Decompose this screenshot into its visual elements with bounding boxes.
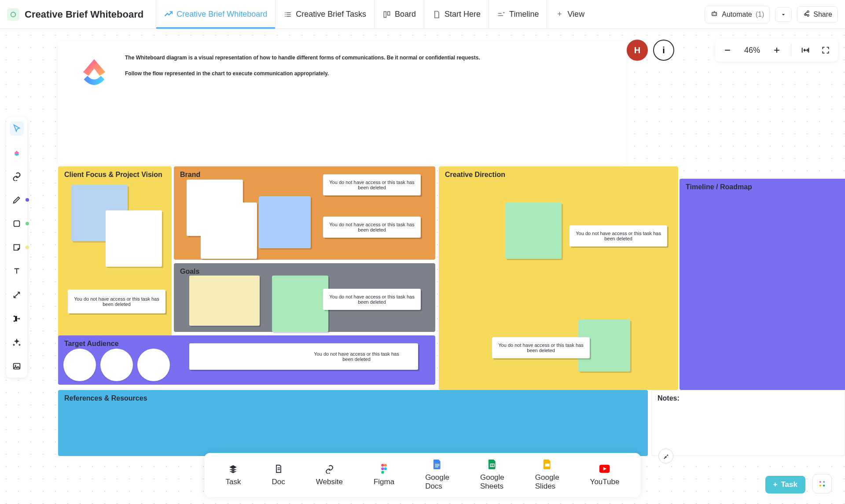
tab-start-here[interactable]: Start Here bbox=[424, 0, 489, 29]
tab-tasks[interactable]: Creative Brief Tasks bbox=[275, 0, 374, 29]
whiteboard-canvas[interactable]: H i 46% bbox=[0, 29, 845, 504]
svg-rect-15 bbox=[545, 464, 549, 467]
pen-tool[interactable] bbox=[10, 193, 24, 207]
svg-point-14 bbox=[381, 471, 384, 474]
google-sheets-icon bbox=[487, 459, 497, 470]
vertical-toolbar bbox=[6, 117, 27, 378]
section-title: Creative Direction bbox=[445, 171, 505, 178]
svg-point-5 bbox=[14, 316, 15, 317]
shape-tool[interactable] bbox=[10, 217, 24, 231]
link-tool[interactable] bbox=[10, 169, 24, 183]
connector-tool[interactable] bbox=[10, 288, 24, 302]
tab-board[interactable]: Board bbox=[374, 0, 424, 29]
text-tool[interactable] bbox=[10, 264, 24, 278]
tab-label: Timeline bbox=[509, 10, 539, 19]
sticky-note[interactable] bbox=[189, 276, 260, 326]
avatar[interactable]: H bbox=[627, 40, 648, 61]
link-icon bbox=[324, 464, 334, 474]
pin-dock-button[interactable] bbox=[658, 449, 673, 464]
sticky-note[interactable] bbox=[106, 210, 162, 267]
section-title: Goals bbox=[180, 268, 199, 275]
section-title: Timeline / Roadmap bbox=[686, 183, 752, 191]
task-icon bbox=[228, 464, 239, 474]
no-access-card[interactable]: You do not have access or this task has … bbox=[323, 174, 421, 195]
clickup-logo bbox=[76, 55, 113, 92]
dock-doc[interactable]: Doc bbox=[272, 464, 285, 486]
zoom-bar: 46% bbox=[715, 39, 838, 62]
sticky-tool[interactable] bbox=[10, 240, 24, 254]
doc-icon bbox=[273, 464, 284, 474]
create-task-button[interactable]: + Task bbox=[765, 476, 805, 493]
tab-label: View bbox=[567, 10, 584, 19]
dock-figma[interactable]: Figma bbox=[374, 464, 394, 486]
svg-point-7 bbox=[18, 318, 20, 320]
robot-icon bbox=[710, 10, 718, 19]
share-button[interactable]: Share bbox=[797, 6, 838, 23]
bottom-dock: Task Doc Website Figma Google Docs bbox=[205, 453, 641, 497]
svg-point-17 bbox=[819, 481, 821, 483]
dock-youtube[interactable]: YouTube bbox=[590, 464, 620, 486]
tab-label: Board bbox=[395, 10, 416, 19]
svg-rect-4 bbox=[14, 221, 20, 227]
svg-point-3 bbox=[715, 13, 716, 14]
sticky-note[interactable] bbox=[272, 276, 328, 332]
page-title: Creative Brief Whiteboard bbox=[25, 9, 143, 20]
topbar: Creative Brief Whiteboard Creative Brief… bbox=[0, 0, 845, 29]
svg-point-6 bbox=[14, 320, 15, 322]
section-timeline-roadmap[interactable]: Timeline / Roadmap bbox=[680, 179, 845, 390]
whiteboard-intro-card[interactable]: The Whiteboard diagram is a visual repre… bbox=[58, 41, 626, 165]
svg-point-9 bbox=[15, 365, 16, 366]
dock-google-sheets[interactable]: Google Sheets bbox=[480, 459, 504, 491]
fullscreen-button[interactable] bbox=[819, 44, 832, 56]
automate-button[interactable]: Automate (1) bbox=[705, 6, 770, 23]
automate-dropdown[interactable] bbox=[775, 7, 792, 22]
dock-task[interactable]: Task bbox=[226, 464, 241, 486]
no-access-card[interactable]: You do not have access or this task has … bbox=[492, 337, 590, 358]
no-access-card[interactable]: You do not have access or this task has … bbox=[189, 343, 418, 370]
section-notes[interactable]: Notes: bbox=[651, 390, 845, 456]
zoom-in-button[interactable] bbox=[771, 44, 783, 56]
dock-website[interactable]: Website bbox=[316, 464, 343, 486]
svg-point-11 bbox=[384, 464, 387, 467]
tab-whiteboard[interactable]: Creative Brief Whiteboard bbox=[156, 0, 275, 29]
dock-google-docs[interactable]: Google Docs bbox=[425, 459, 449, 491]
no-access-card[interactable]: You do not have access or this task has … bbox=[68, 290, 165, 313]
dock-google-slides[interactable]: Google Slides bbox=[535, 459, 559, 491]
info-button[interactable]: i bbox=[653, 40, 674, 61]
cursor-tool[interactable] bbox=[10, 121, 24, 136]
mindmap-tool[interactable] bbox=[10, 312, 24, 326]
svg-point-20 bbox=[823, 485, 825, 486]
clickup-tool[interactable] bbox=[10, 145, 24, 159]
tab-timeline[interactable]: Timeline bbox=[489, 0, 547, 29]
share-icon bbox=[803, 10, 810, 19]
plus-icon: + bbox=[773, 480, 778, 489]
no-access-card[interactable]: You do not have access or this task has … bbox=[569, 225, 667, 246]
avatar-placeholder[interactable] bbox=[137, 349, 170, 381]
zoom-out-button[interactable] bbox=[721, 44, 734, 56]
app-icon bbox=[7, 8, 19, 21]
automate-label: Automate bbox=[722, 11, 752, 18]
youtube-icon bbox=[599, 464, 610, 474]
sticky-note[interactable] bbox=[201, 202, 257, 259]
svg-point-18 bbox=[823, 481, 825, 483]
no-access-card[interactable]: You do not have access or this task has … bbox=[323, 217, 421, 238]
image-tool[interactable] bbox=[10, 359, 24, 373]
whiteboard-intro-text: The Whiteboard diagram is a visual repre… bbox=[125, 54, 480, 152]
no-access-card[interactable]: You do not have access or this task has … bbox=[323, 289, 421, 310]
sticky-note[interactable] bbox=[259, 196, 311, 248]
avatar-placeholder[interactable] bbox=[100, 349, 133, 381]
tab-add-view[interactable]: + View bbox=[547, 0, 592, 29]
timeline-icon bbox=[497, 10, 506, 19]
list-icon bbox=[283, 10, 292, 19]
figma-icon bbox=[379, 464, 389, 474]
automate-count: (1) bbox=[756, 11, 764, 18]
section-references[interactable]: References & Resources bbox=[58, 390, 648, 456]
section-title: Notes: bbox=[658, 394, 680, 402]
avatar-placeholder[interactable] bbox=[63, 349, 96, 381]
google-slides-icon bbox=[542, 459, 552, 470]
apps-button[interactable] bbox=[812, 474, 832, 493]
fit-width-button[interactable] bbox=[799, 44, 812, 56]
sticky-note[interactable] bbox=[505, 202, 562, 259]
ai-tool[interactable] bbox=[10, 335, 24, 349]
svg-point-13 bbox=[384, 467, 387, 470]
